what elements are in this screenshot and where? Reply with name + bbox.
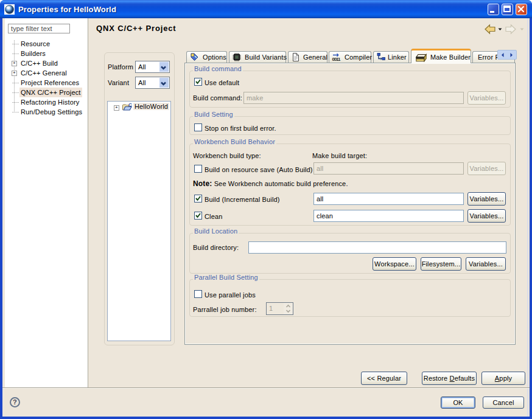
svg-text:0011: 0011 [332, 57, 341, 62]
svg-text:C: C [128, 102, 132, 108]
